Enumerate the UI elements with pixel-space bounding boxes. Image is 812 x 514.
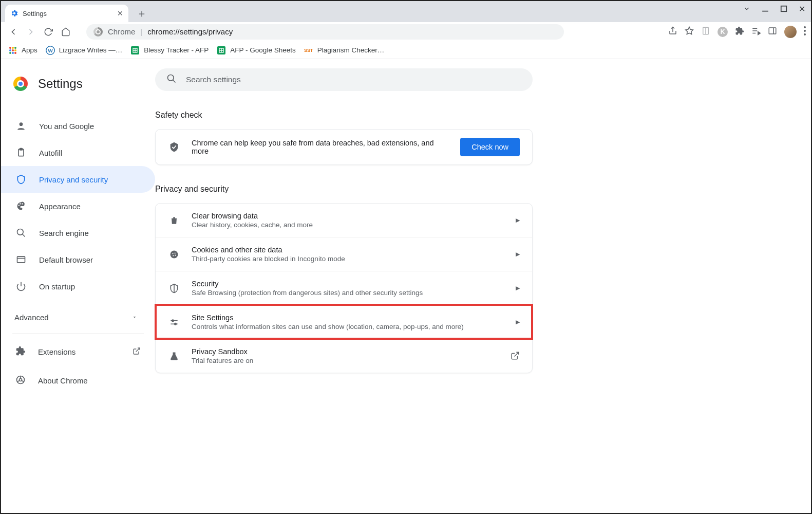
close-window-icon[interactable]: ✕ [799, 5, 806, 12]
bookmark-blessy[interactable]: Blessy Tracker - AFP [130, 46, 209, 55]
sidebar-item-label: Search engine [39, 229, 89, 237]
sidebar-item-autofill[interactable]: Autofill [1, 139, 155, 166]
home-button[interactable] [59, 25, 73, 39]
row-title: Site Settings [192, 314, 504, 322]
sidebar-item-default-browser[interactable]: Default browser [1, 246, 155, 273]
maximize-icon[interactable] [780, 5, 787, 12]
new-tab-button[interactable]: ＋ [135, 6, 149, 21]
row-desc: Third-party cookies are blocked in Incog… [192, 255, 504, 263]
sliders-icon [168, 317, 180, 327]
bookmark-label: Blessy Tracker - AFP [144, 46, 209, 54]
safety-check-card: Chrome can help keep you safe from data … [155, 129, 533, 165]
side-panel-icon[interactable] [768, 26, 777, 38]
svg-point-59 [175, 323, 176, 324]
browser-window-icon [15, 254, 27, 265]
svg-point-45 [20, 378, 22, 381]
sidebar-item-label: Default browser [39, 255, 93, 264]
reading-list-icon[interactable] [701, 26, 710, 38]
shield-icon [15, 174, 27, 185]
sidebar-item-label: Privacy and security [39, 175, 108, 184]
sidebar-advanced-toggle[interactable]: Advanced [1, 306, 155, 328]
svg-point-18 [9, 49, 11, 51]
svg-marker-42 [134, 317, 136, 318]
omnibox-separator: | [140, 27, 142, 36]
back-button[interactable] [6, 25, 21, 39]
bookmark-lizgrace[interactable]: W Lizgrace Writes —… [46, 46, 123, 55]
page-title: Settings [38, 77, 83, 91]
site-info-icon[interactable] [93, 27, 103, 36]
divider [12, 334, 144, 334]
bookmarks-bar: Apps W Lizgrace Writes —… Blessy Tracker… [1, 42, 811, 59]
omnibox-url: chrome://settings/privacy [147, 27, 233, 36]
svg-point-23 [14, 52, 16, 54]
svg-point-58 [172, 320, 174, 321]
sidebar-item-on-startup[interactable]: On startup [1, 273, 155, 300]
profile-avatar[interactable] [784, 26, 797, 38]
svg-marker-9 [758, 31, 761, 34]
svg-line-43 [136, 348, 140, 352]
sidebar-item-extensions[interactable]: Extensions [1, 337, 155, 366]
puzzle-icon [15, 346, 26, 358]
kebab-menu-icon[interactable] [804, 26, 806, 38]
power-icon [15, 281, 27, 291]
sst-icon: SST [304, 46, 313, 55]
settings-main: Search settings Safety check Chrome can … [155, 59, 811, 513]
advanced-label: Advanced [14, 313, 49, 322]
bookmark-apps[interactable]: Apps [8, 46, 37, 55]
bookmark-star-icon[interactable] [685, 26, 694, 38]
reload-button[interactable] [41, 25, 55, 39]
svg-line-48 [22, 380, 24, 382]
svg-line-47 [17, 380, 20, 382]
row-title: Privacy Sandbox [192, 347, 499, 356]
svg-rect-36 [20, 149, 23, 150]
shield-outline-icon [168, 283, 180, 293]
row-cookies[interactable]: Cookies and other site dataThird-party c… [156, 237, 532, 271]
settings-search-input[interactable]: Search settings [155, 68, 533, 91]
magnifier-icon [15, 228, 27, 238]
row-desc: Trial features are on [192, 357, 499, 364]
check-now-button[interactable]: Check now [460, 138, 520, 156]
row-privacy-sandbox[interactable]: Privacy SandboxTrial features are on [156, 339, 532, 373]
svg-point-12 [804, 26, 806, 28]
account-k-icon[interactable]: K [717, 27, 728, 37]
extensions-puzzle-icon[interactable] [735, 26, 744, 38]
browser-tab[interactable]: Settings ✕ [5, 5, 128, 22]
forward-button[interactable] [24, 25, 38, 39]
sidebar-item-appearance[interactable]: Appearance [1, 193, 155, 219]
svg-point-54 [173, 255, 174, 256]
close-tab-icon[interactable]: ✕ [117, 9, 123, 17]
browser-toolbar: Chrome | chrome://settings/privacy K [1, 22, 811, 42]
sidebar-item-about-chrome[interactable]: About Chrome [1, 366, 155, 395]
chrome-logo-icon [13, 77, 28, 91]
safety-check-text: Chrome can help keep you safe from data … [192, 139, 449, 155]
sheets-icon [217, 46, 226, 55]
search-icon [166, 74, 177, 86]
sidebar-item-you-and-google[interactable]: You and Google [1, 113, 155, 139]
sidebar-item-search-engine[interactable]: Search engine [1, 219, 155, 246]
row-clear-browsing-data[interactable]: Clear browsing dataClear history, cookie… [156, 204, 532, 237]
row-desc: Controls what information sites can use … [192, 323, 504, 331]
address-bar[interactable]: Chrome | chrome://settings/privacy [86, 24, 564, 40]
svg-point-21 [9, 52, 11, 54]
settings-header: Settings [1, 68, 155, 99]
gear-icon [10, 9, 18, 17]
omnibox-prefix: Chrome [108, 27, 135, 36]
minimize-icon[interactable] [762, 5, 769, 12]
bookmark-plagiarism[interactable]: SST Plagiarism Checker… [304, 46, 385, 55]
row-security[interactable]: SecuritySafe Browsing (protection from d… [156, 271, 532, 305]
svg-rect-10 [769, 28, 776, 34]
media-controls-icon[interactable] [751, 26, 761, 38]
svg-point-49 [168, 75, 174, 81]
search-placeholder: Search settings [186, 75, 241, 84]
sidebar-item-privacy-security[interactable]: Privacy and security [1, 166, 155, 193]
share-icon[interactable] [668, 26, 677, 38]
chevron-right-icon: ▶ [516, 319, 520, 325]
sidebar-item-label: Appearance [39, 202, 81, 211]
privacy-security-heading: Privacy and security [155, 185, 811, 194]
bookmark-afp[interactable]: AFP - Google Sheets [217, 46, 295, 55]
tabs-dropdown-icon[interactable] [743, 5, 750, 12]
clipboard-icon [15, 148, 27, 158]
sidebar-item-label: On startup [39, 282, 75, 291]
row-site-settings[interactable]: Site SettingsControls what information s… [156, 305, 532, 339]
flask-icon [168, 351, 180, 361]
